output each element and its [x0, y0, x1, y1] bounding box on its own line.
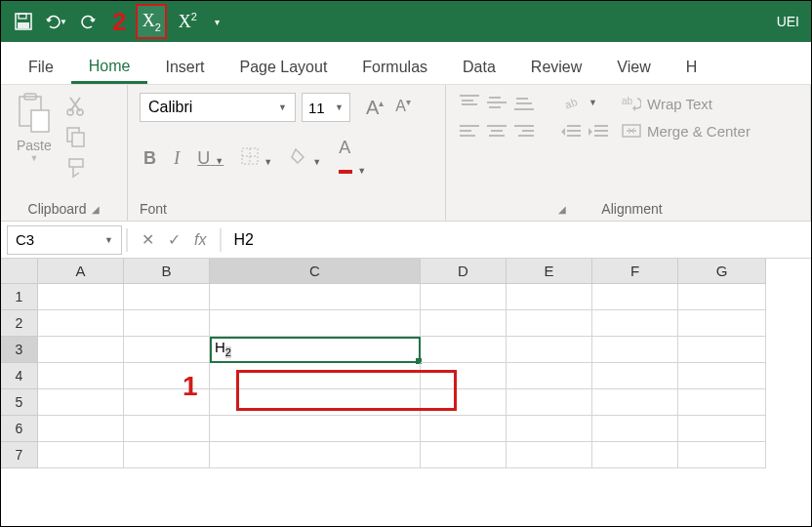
grow-font-button[interactable]: A▴: [362, 95, 387, 121]
enter-formula-icon[interactable]: ✓: [168, 230, 181, 249]
wrap-text-button[interactable]: ab Wrap Text: [622, 95, 751, 112]
row-header[interactable]: 7: [1, 442, 38, 468]
tab-more[interactable]: H: [669, 49, 715, 84]
row-header[interactable]: 5: [1, 389, 38, 416]
col-header[interactable]: E: [507, 259, 592, 284]
cell[interactable]: [421, 416, 507, 442]
subscript-button[interactable]: X2: [136, 4, 167, 39]
row-header[interactable]: 3: [1, 337, 38, 363]
tab-view[interactable]: View: [599, 49, 668, 84]
font-color-button[interactable]: A ▼: [335, 136, 370, 181]
align-center-icon[interactable]: [487, 124, 507, 140]
orientation-icon[interactable]: ab: [561, 95, 581, 110]
row-header[interactable]: 2: [1, 310, 38, 337]
cell[interactable]: [507, 442, 592, 468]
tab-data[interactable]: Data: [445, 49, 513, 84]
cell[interactable]: [210, 310, 421, 337]
cancel-formula-icon[interactable]: ✕: [142, 230, 154, 249]
cell[interactable]: [592, 310, 678, 337]
cell[interactable]: [124, 284, 210, 310]
underline-button[interactable]: U ▼: [193, 146, 227, 171]
col-header[interactable]: B: [124, 259, 210, 284]
superscript-button[interactable]: X2: [173, 7, 202, 36]
customize-qat-button[interactable]: ▾: [208, 7, 225, 36]
tab-file[interactable]: File: [11, 49, 71, 84]
cell[interactable]: [507, 284, 592, 310]
cell[interactable]: [124, 310, 210, 337]
select-all-corner[interactable]: [1, 259, 38, 284]
cell[interactable]: [124, 416, 210, 442]
cell[interactable]: [124, 337, 210, 363]
cell[interactable]: [507, 337, 592, 363]
col-header[interactable]: G: [678, 259, 766, 284]
col-header[interactable]: F: [592, 259, 678, 284]
cell[interactable]: [592, 337, 678, 363]
name-box[interactable]: C3▼: [7, 225, 122, 255]
cell[interactable]: [38, 363, 124, 389]
row-header[interactable]: 4: [1, 363, 38, 389]
tab-home[interactable]: Home: [71, 48, 148, 84]
align-top-icon[interactable]: [460, 95, 479, 110]
cell[interactable]: [38, 310, 124, 337]
tab-review[interactable]: Review: [513, 49, 599, 84]
cell[interactable]: [678, 363, 766, 389]
font-size-combo[interactable]: 11▼: [302, 93, 350, 122]
col-header[interactable]: A: [38, 259, 124, 284]
cell[interactable]: [38, 416, 124, 442]
cell[interactable]: [421, 310, 507, 337]
tab-page-layout[interactable]: Page Layout: [222, 49, 345, 84]
tab-insert[interactable]: Insert: [147, 49, 222, 84]
cut-icon[interactable]: [65, 95, 87, 116]
save-button[interactable]: [9, 7, 38, 36]
cell[interactable]: [210, 284, 421, 310]
cell[interactable]: [38, 284, 124, 310]
cell[interactable]: [592, 284, 678, 310]
align-right-icon[interactable]: [514, 124, 534, 140]
cell[interactable]: [678, 416, 766, 442]
cell[interactable]: [38, 389, 124, 416]
undo-button[interactable]: ▼: [44, 14, 67, 29]
redo-button[interactable]: [73, 7, 102, 36]
merge-center-button[interactable]: Merge & Center: [622, 122, 751, 140]
cell[interactable]: [507, 310, 592, 337]
cell[interactable]: [421, 442, 507, 468]
cell[interactable]: [124, 442, 210, 468]
cell[interactable]: [38, 442, 124, 468]
decrease-indent-icon[interactable]: [561, 124, 581, 140]
font-name-combo[interactable]: Calibri▼: [140, 93, 296, 122]
cell[interactable]: [678, 389, 766, 416]
col-header[interactable]: D: [421, 259, 507, 284]
cell[interactable]: [38, 337, 124, 363]
row-header[interactable]: 1: [1, 284, 38, 310]
cell[interactable]: [507, 363, 592, 389]
copy-icon[interactable]: [65, 126, 87, 147]
formula-input[interactable]: H2: [222, 231, 811, 249]
cell[interactable]: [210, 416, 421, 442]
paste-button[interactable]: Paste ▼: [7, 89, 61, 163]
font-launcher[interactable]: ◢: [558, 204, 566, 215]
cell[interactable]: [210, 363, 421, 389]
cell[interactable]: [592, 389, 678, 416]
align-middle-icon[interactable]: [487, 95, 507, 110]
italic-button[interactable]: I: [170, 145, 183, 171]
format-painter-icon[interactable]: [65, 157, 87, 179]
cell[interactable]: [592, 442, 678, 468]
cell[interactable]: [678, 337, 766, 363]
align-bottom-icon[interactable]: [514, 95, 534, 110]
clipboard-launcher[interactable]: ◢: [92, 204, 100, 215]
cell[interactable]: [421, 389, 507, 416]
bold-button[interactable]: B: [140, 146, 160, 171]
col-header[interactable]: C: [210, 259, 421, 284]
cell[interactable]: [678, 442, 766, 468]
fill-color-button[interactable]: ▼: [286, 145, 325, 172]
cell[interactable]: [421, 337, 507, 363]
cell[interactable]: [421, 363, 507, 389]
cell-c3[interactable]: H2: [210, 337, 421, 363]
cell[interactable]: [678, 284, 766, 310]
cell[interactable]: [210, 442, 421, 468]
cell[interactable]: [507, 416, 592, 442]
fx-button[interactable]: fx: [194, 231, 206, 249]
row-header[interactable]: 6: [1, 416, 38, 442]
shrink-font-button[interactable]: A▾: [391, 95, 415, 121]
cell[interactable]: [421, 284, 507, 310]
